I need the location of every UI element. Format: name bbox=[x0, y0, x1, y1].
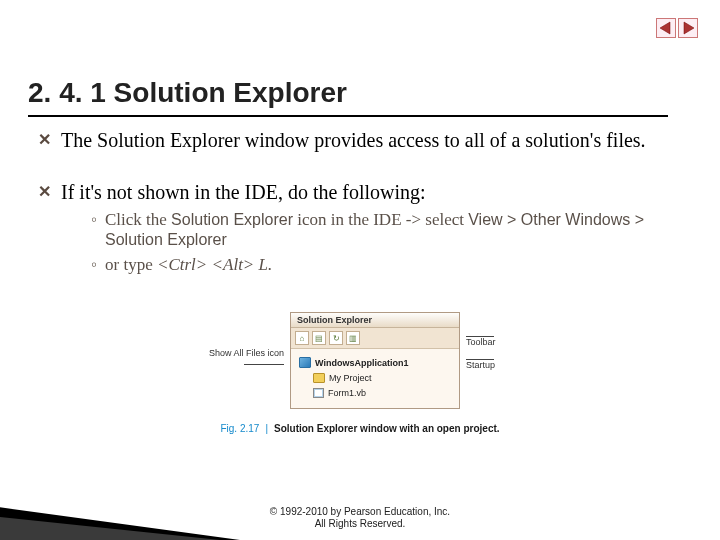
sub-text: icon in the IDE -> select bbox=[293, 210, 468, 229]
bullet-text: The Solution Explorer window provides ac… bbox=[61, 128, 646, 152]
solution-explorer-panel: Solution Explorer ⌂ ▤ ↻ ▥ WindowsApplica… bbox=[290, 312, 460, 409]
refresh-icon[interactable]: ↻ bbox=[329, 331, 343, 345]
bullet-item: ✕ If it's not shown in the IDE, do the f… bbox=[38, 180, 678, 279]
panel-toolbar: ⌂ ▤ ↻ ▥ bbox=[291, 328, 459, 349]
bullet-with-sublist: If it's not shown in the IDE, do the fol… bbox=[61, 180, 678, 279]
caption-label: Fig. 2.17 bbox=[220, 423, 259, 434]
caption-separator-icon: | bbox=[259, 423, 274, 434]
body-content: ✕ The Solution Explorer window provides … bbox=[38, 128, 678, 283]
nav-arrows bbox=[656, 18, 698, 38]
copyright-line: All Rights Reserved. bbox=[0, 518, 720, 530]
prev-arrow-icon[interactable] bbox=[656, 18, 676, 38]
toolbar-button-icon[interactable]: ⌂ bbox=[295, 331, 309, 345]
bullet-item: ✕ The Solution Explorer window provides … bbox=[38, 128, 678, 152]
sub-item: or type <Ctrl> <Alt> L. bbox=[91, 255, 678, 275]
sub-text-sans: Solution Explorer bbox=[171, 211, 293, 228]
sub-text: or type bbox=[105, 255, 157, 274]
bullet-marker-icon: ✕ bbox=[38, 128, 51, 152]
tree-label: My Project bbox=[329, 373, 372, 383]
tree-row-root[interactable]: WindowsApplication1 bbox=[297, 355, 453, 370]
sub-list: Click the Solution Explorer icon in the … bbox=[91, 210, 678, 275]
callout-right: Toolbar Startup bbox=[466, 330, 536, 370]
keystroke: <Alt> bbox=[207, 255, 254, 274]
panel-title: Solution Explorer bbox=[291, 313, 459, 328]
show-all-files-icon[interactable]: ▤ bbox=[312, 331, 326, 345]
vb-project-icon bbox=[299, 357, 311, 368]
sub-item: Click the Solution Explorer icon in the … bbox=[91, 210, 678, 251]
keystroke: L. bbox=[254, 255, 272, 274]
tree-view: WindowsApplication1 My Project Form1.vb bbox=[291, 349, 459, 408]
figure: Show All Files icon Solution Explorer ⌂ … bbox=[0, 312, 720, 434]
bullet-text: If it's not shown in the IDE, do the fol… bbox=[61, 181, 426, 203]
tree-label: Form1.vb bbox=[328, 388, 366, 398]
copyright-line: © 1992-2010 by Pearson Education, Inc. bbox=[0, 506, 720, 518]
tree-row[interactable]: Form1.vb bbox=[297, 385, 453, 400]
folder-icon bbox=[313, 373, 325, 383]
toolbar-button-icon[interactable]: ▥ bbox=[346, 331, 360, 345]
leader-line bbox=[244, 364, 284, 365]
tree-label: WindowsApplication1 bbox=[315, 358, 408, 368]
next-arrow-icon[interactable] bbox=[678, 18, 698, 38]
page-title: 2. 4. 1 Solution Explorer bbox=[28, 77, 668, 117]
caption-text: Solution Explorer window with an open pr… bbox=[274, 423, 500, 434]
figure-caption: Fig. 2.17|Solution Explorer window with … bbox=[220, 423, 499, 434]
keystroke: <Ctrl> bbox=[157, 255, 207, 274]
callout-left: Show All Files icon bbox=[184, 348, 284, 365]
bullet-marker-icon: ✕ bbox=[38, 180, 51, 279]
copyright: © 1992-2010 by Pearson Education, Inc. A… bbox=[0, 506, 720, 530]
tree-row[interactable]: My Project bbox=[297, 370, 453, 385]
callout-text: Show All Files icon bbox=[184, 348, 284, 358]
callout-text: Startup bbox=[466, 360, 536, 370]
callout-text: Toolbar bbox=[466, 337, 536, 347]
form-icon bbox=[313, 388, 324, 398]
sub-text: Click the bbox=[105, 210, 171, 229]
